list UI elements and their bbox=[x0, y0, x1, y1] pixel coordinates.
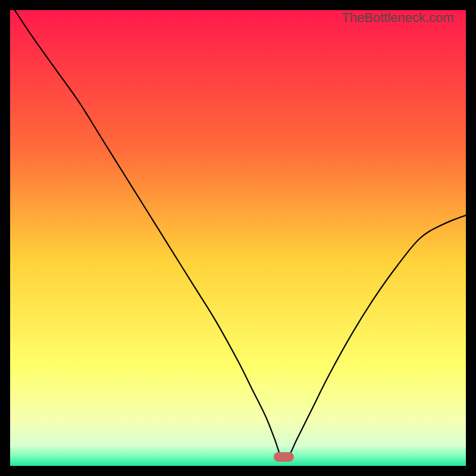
plot-area: TheBottleneck.com bbox=[10, 10, 466, 466]
chart-frame: TheBottleneck.com bbox=[0, 0, 476, 476]
plot-svg bbox=[10, 10, 466, 466]
optimal-marker bbox=[274, 452, 294, 462]
watermark-text: TheBottleneck.com bbox=[342, 10, 454, 26]
gradient-background bbox=[10, 10, 466, 466]
